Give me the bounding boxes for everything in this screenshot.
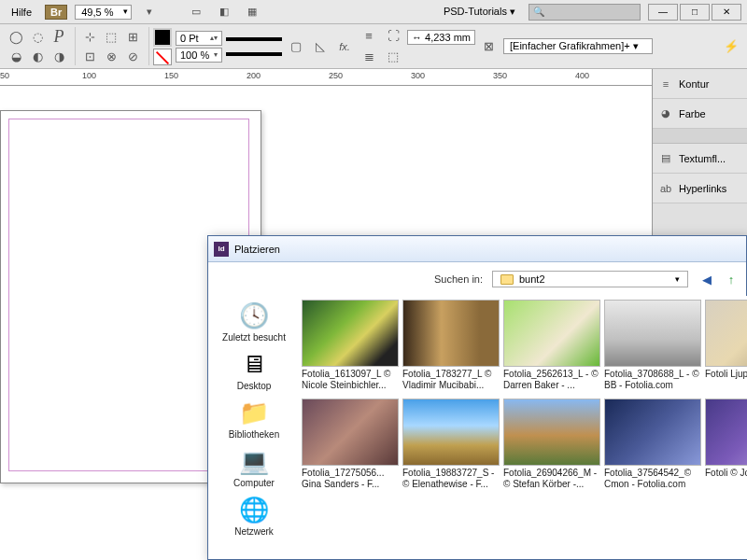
place-icon: 📁	[239, 399, 269, 427]
ruler-tick: 200	[247, 71, 261, 80]
place-computer[interactable]: 💻Computer	[208, 447, 300, 488]
stroke-style-preview[interactable]	[226, 52, 282, 56]
indesign-icon: Id	[214, 242, 229, 257]
ellipse-icon[interactable]: ◯	[6, 27, 26, 46]
place-label: Bibliotheken	[229, 429, 279, 440]
effects-icon[interactable]: ▢	[286, 37, 306, 56]
link-icon[interactable]: ⊗	[101, 47, 121, 65]
corner-icon[interactable]: ◺	[310, 37, 331, 56]
workspace-switcher[interactable]: PSD-Tutorials ▾	[438, 4, 521, 20]
file-thumbnail	[302, 399, 399, 466]
file-name: Fotolia_19883727_S - © Elenathewise - F.…	[402, 468, 500, 490]
up-icon[interactable]: ↑	[722, 270, 740, 288]
place-zuletzt-besucht[interactable]: 🕓Zuletzt besucht	[208, 301, 300, 343]
file-item[interactable]: Fotolia_2562613_L - © Darren Baker - ...	[503, 300, 600, 391]
zoom-level[interactable]: 49,5 %	[75, 5, 131, 20]
file-name: Fotolia_26904266_M - © Stefan Körber -..…	[503, 468, 600, 490]
maximize-button[interactable]: □	[680, 4, 710, 21]
type-tool-icon[interactable]: P	[49, 27, 69, 46]
folder-icon	[500, 274, 514, 285]
arrange-icon[interactable]: ◧	[214, 3, 234, 21]
panel-icon: ab	[658, 181, 673, 196]
fx-icon[interactable]: fx.	[334, 37, 355, 56]
place-dialog: Id Platzieren Suchen in: bunt2 ◀ ↑ ✶ ▦▾ …	[207, 235, 747, 560]
file-item[interactable]: Fotolia_1613097_L © Nicole Steinbichler.…	[302, 300, 399, 391]
file-thumbnail	[604, 399, 701, 466]
panel-textumfl...[interactable]: ▤Textumfl...	[653, 144, 747, 174]
stroke-weight-field[interactable]: 0 Pt▴▾	[176, 31, 222, 46]
file-item[interactable]: Fotolia_17275056... Gina Sanders - F...	[302, 399, 399, 490]
stroke-style-preview[interactable]	[226, 37, 282, 41]
distribute-icon[interactable]: ⬚	[101, 27, 121, 46]
menu-help[interactable]: Hilfe	[6, 5, 37, 20]
dialog-titlebar[interactable]: Id Platzieren	[208, 236, 746, 262]
place-icon: 🖥	[242, 350, 266, 379]
panel-icon: ≡	[658, 77, 673, 91]
opacity-field[interactable]: 100 %▾	[176, 48, 222, 63]
file-item[interactable]: Fotolia_3708688_L - © BB - Fotolia.com	[604, 300, 701, 391]
fit-icon[interactable]: ⬚	[383, 48, 403, 66]
file-item[interactable]: Fotolia_19883727_S - © Elenathewise - F.…	[402, 399, 500, 490]
text-frame-icon[interactable]: ≡	[359, 27, 379, 46]
panel-kontur[interactable]: ≡Kontur	[653, 69, 747, 99]
dialog-title: Platzieren	[234, 244, 280, 255]
tool-icon[interactable]: ◑	[49, 47, 69, 65]
columns-icon[interactable]: ≣	[359, 48, 379, 66]
places-sidebar: 🕓Zuletzt besucht🖥Desktop📁Bibliotheken💻Co…	[208, 296, 300, 559]
file-item[interactable]: Fotolia_26904266_M - © Stefan Körber -..…	[503, 399, 600, 490]
dialog-search-row: Suchen in: bunt2 ◀ ↑ ✶ ▦▾	[208, 262, 747, 296]
panel-icon: ◕	[658, 106, 673, 121]
frame-icon[interactable]: ⊠	[479, 37, 500, 56]
flash-icon[interactable]: ⚡	[721, 37, 741, 56]
fill-swatch[interactable]	[153, 28, 172, 47]
folder-combo[interactable]: bunt2	[492, 271, 688, 287]
ruler-tick: 300	[411, 71, 425, 80]
ruler-horizontal: 50 100 150 200 250 300 350 400	[0, 69, 652, 86]
file-grid: Fotolia_1613097_L © Nicole Steinbichler.…	[300, 296, 747, 559]
back-icon[interactable]: ◀	[698, 270, 716, 288]
ruler-tick: 350	[493, 71, 507, 80]
frame-preset-select[interactable]: [Einfacher Grafikrahmen]+ ▾	[503, 38, 653, 54]
view-options-icon[interactable]: ▾	[139, 3, 160, 21]
panel-hyperlinks[interactable]: abHyperlinks	[653, 174, 747, 203]
place-bibliotheken[interactable]: 📁Bibliotheken	[208, 399, 300, 440]
menu-bar: Hilfe Br 49,5 % ▾ ▭ ◧ ▦ PSD-Tutorials ▾ …	[0, 0, 747, 24]
place-netzwerk[interactable]: 🌐Netzwerk	[208, 496, 300, 537]
file-thumbnail	[604, 300, 701, 367]
file-item[interactable]: Fotoli Ljupco	[705, 300, 747, 391]
search-field[interactable]: 🔍	[529, 4, 641, 21]
place-icon: 💻	[239, 447, 269, 476]
tool-icon[interactable]: ◒	[6, 47, 26, 65]
ruler-tick: 50	[0, 71, 9, 80]
layout-icon[interactable]: ▦	[242, 3, 262, 21]
screen-mode-icon[interactable]: ▭	[186, 3, 206, 21]
align-icon[interactable]: ⊹	[79, 27, 100, 46]
stroke-swatch[interactable]	[153, 49, 172, 65]
stepper-icon[interactable]: ▴▾	[210, 35, 218, 40]
snap-icon[interactable]: ⊞	[122, 27, 143, 46]
file-item[interactable]: Fotolia_37564542_© Cmon - Fotolia.com	[604, 399, 701, 490]
close-button[interactable]: ✕	[712, 4, 741, 21]
control-bar: ◯ ◌ P ◒ ◐ ◑ ⊹ ⬚ ⊞ ⊡ ⊗ ⊘ 0 Pt▴▾ 100 %▾ ▢ …	[0, 24, 747, 69]
file-item[interactable]: Fotolia_1783277_L © Vladimir Mucibabi...	[402, 300, 500, 391]
tool-icon[interactable]: ◐	[27, 47, 48, 65]
minimize-button[interactable]: —	[648, 4, 678, 21]
grid-icon[interactable]: ⊡	[79, 47, 100, 65]
dimension-field[interactable]: ↔ 4,233 mm	[407, 30, 475, 45]
tool-icon[interactable]: ⊘	[122, 47, 143, 65]
shape-icon[interactable]: ◌	[27, 27, 48, 46]
crop-icon[interactable]: ⛶	[383, 27, 403, 46]
place-label: Computer	[233, 478, 275, 488]
file-thumbnail	[302, 300, 399, 367]
ruler-tick: 250	[329, 71, 343, 80]
file-thumbnail	[705, 399, 747, 466]
bridge-button[interactable]: Br	[45, 5, 67, 20]
place-desktop[interactable]: 🖥Desktop	[208, 350, 300, 391]
search-icon: 🔍	[533, 7, 544, 17]
panel-label: Farbe	[679, 108, 706, 119]
place-label: Zuletzt besucht	[222, 332, 286, 343]
panel-farbe[interactable]: ◕Farbe	[653, 99, 747, 129]
tool-group-align: ⊹ ⬚ ⊞ ⊡ ⊗ ⊘	[79, 27, 149, 65]
file-item[interactable]: Fotoli © Joha	[705, 399, 747, 490]
chevron-down-icon[interactable]: ▾	[214, 52, 218, 57]
